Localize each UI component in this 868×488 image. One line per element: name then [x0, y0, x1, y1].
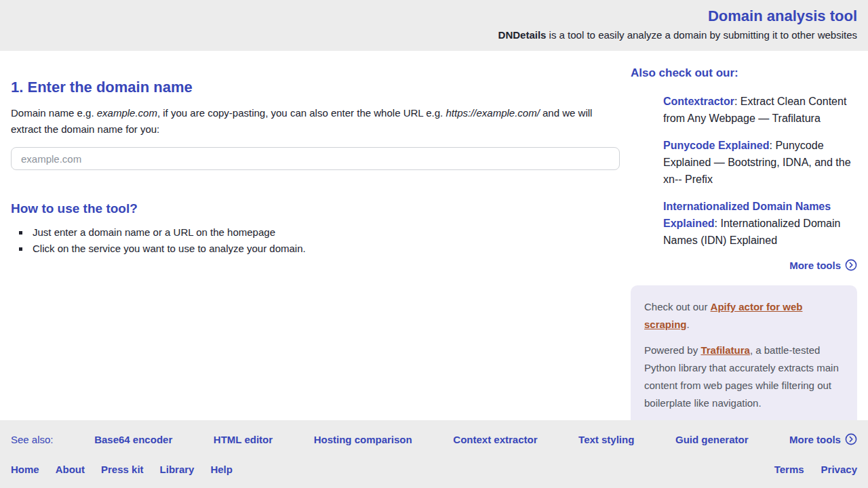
- site-nav-bar: Home About Press kit Library Help Terms …: [11, 464, 857, 475]
- footer-nav: Home About Press kit Library Help: [11, 464, 233, 475]
- footer-link-text-styling[interactable]: Text styling: [578, 434, 634, 445]
- contextractor-link[interactable]: Contextractor: [663, 96, 734, 107]
- also-check-heading: Also check out our:: [631, 66, 857, 80]
- footer-link-html-editor[interactable]: HTML editor: [214, 434, 273, 445]
- promo-text: Powered by: [644, 344, 701, 356]
- more-tools-label: More tools: [789, 260, 841, 271]
- intro-part: , if you are copy-pasting, you can also …: [157, 107, 446, 119]
- list-item: Punycode Explained: Punycode Explained —…: [663, 137, 857, 188]
- footer-nav-about[interactable]: About: [56, 464, 85, 475]
- example-domain-text: example.com: [97, 107, 157, 119]
- arrow-right-circle-icon: [845, 259, 857, 271]
- trafilatura-link[interactable]: Trafilatura: [701, 344, 750, 356]
- content-column: 1. Enter the domain name Domain name e.g…: [11, 51, 620, 257]
- promo-box: Check out our Apify actor for web scrapi…: [631, 285, 857, 441]
- promo-text: Check out our: [644, 301, 711, 312]
- footer-more-tools-link[interactable]: More tools: [789, 433, 857, 445]
- see-also-bar: See also: Base64 encoder HTML editor Hos…: [11, 433, 857, 445]
- trafilatura-promo-text: Powered by Trafilatura, a battle-tested …: [644, 342, 844, 412]
- page-subtitle-text: is a tool to easily analyze a domain by …: [546, 29, 857, 41]
- footer-link-base64-encoder[interactable]: Base64 encoder: [94, 434, 172, 445]
- footer-link-context-extractor[interactable]: Context extractor: [453, 434, 537, 445]
- page-title: Domain analysis tool: [11, 7, 857, 26]
- footer-nav-press-kit[interactable]: Press kit: [101, 464, 144, 475]
- more-tools-label: More tools: [789, 434, 841, 445]
- intro-part: Domain name e.g.: [11, 107, 97, 119]
- main-area: 1. Enter the domain name Domain name e.g…: [0, 51, 868, 441]
- footer-legal-nav: Terms Privacy: [774, 464, 857, 475]
- enter-domain-heading: 1. Enter the domain name: [11, 79, 620, 96]
- arrow-right-circle-icon: [845, 433, 857, 445]
- footer-nav-terms[interactable]: Terms: [774, 464, 804, 475]
- howto-list: Just enter a domain name or a URL on the…: [11, 224, 620, 257]
- page-footer: See also: Base64 encoder HTML editor Hos…: [0, 420, 868, 488]
- promo-text: .: [687, 319, 690, 330]
- footer-nav-library[interactable]: Library: [160, 464, 195, 475]
- sidebar: Also check out our: Contextractor: Extra…: [631, 51, 857, 441]
- list-item: Contextractor: Extract Clean Content fro…: [663, 93, 857, 127]
- brand-name: DNDetails: [498, 29, 547, 41]
- footer-nav-home[interactable]: Home: [11, 464, 39, 475]
- apify-promo-text: Check out our Apify actor for web scrapi…: [644, 298, 844, 333]
- footer-link-guid-generator[interactable]: Guid generator: [675, 434, 749, 445]
- sidebar-more-tools-link[interactable]: More tools: [631, 259, 857, 271]
- domain-input[interactable]: [11, 147, 620, 170]
- page-subtitle: DNDetails is a tool to easily analyze a …: [11, 27, 857, 43]
- page-header: Domain analysis tool DNDetails is a tool…: [0, 0, 868, 51]
- howto-heading: How to use the tool?: [11, 201, 620, 216]
- domain-intro-text: Domain name e.g. example.com, if you are…: [11, 105, 620, 138]
- footer-link-hosting-comparison[interactable]: Hosting comparison: [314, 434, 412, 445]
- list-item: Internationalized Domain Names Explained…: [663, 198, 857, 249]
- footer-nav-privacy[interactable]: Privacy: [821, 464, 857, 475]
- howto-item: Click on the service you want to use to …: [30, 241, 620, 257]
- punycode-explained-link[interactable]: Punycode Explained: [663, 140, 769, 151]
- howto-item: Just enter a domain name or a URL on the…: [30, 224, 620, 241]
- footer-nav-help[interactable]: Help: [210, 464, 233, 475]
- see-also-label: See also:: [11, 434, 54, 445]
- example-url-text: https://example.com/: [446, 107, 539, 119]
- related-tools-list: Contextractor: Extract Clean Content fro…: [631, 93, 857, 249]
